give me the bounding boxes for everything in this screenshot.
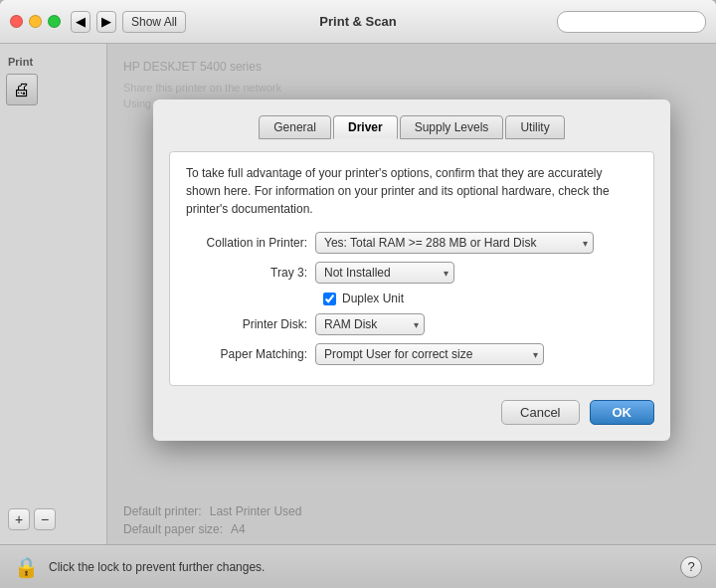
collation-select[interactable]: Yes: Total RAM >= 288 MB or Hard Disk No	[315, 232, 594, 254]
sidebar-label: Print	[0, 52, 106, 70]
main-content: Print 🖨 + − HP DESKJET 5400 series Share…	[0, 44, 716, 544]
help-button[interactable]: ?	[680, 556, 702, 578]
tab-bar: General Driver Supply Levels Utility	[169, 115, 654, 139]
right-panel: HP DESKJET 5400 series Share this printe…	[107, 44, 716, 544]
default-paper-value: A4	[231, 522, 246, 536]
cancel-button[interactable]: Cancel	[501, 400, 579, 425]
collation-row: Collation in Printer: Yes: Total RAM >= …	[186, 232, 637, 254]
tab-general[interactable]: General	[259, 115, 331, 139]
maximize-button[interactable]	[48, 15, 61, 28]
paper-matching-select[interactable]: Prompt User for correct size Nearest Siz…	[315, 343, 544, 365]
collation-label: Collation in Printer:	[186, 236, 315, 250]
printer-disk-row: Printer Disk: RAM Disk Hard Disk None	[186, 313, 637, 335]
back-icon: ◀	[76, 14, 86, 29]
bg-default-printer-row: Default printer: Last Printer Used	[123, 504, 700, 518]
collation-select-wrapper: Yes: Total RAM >= 288 MB or Hard Disk No	[315, 232, 594, 254]
remove-printer-button[interactable]: −	[34, 508, 56, 530]
paper-matching-select-wrapper: Prompt User for correct size Nearest Siz…	[315, 343, 544, 365]
bg-default-paper-row: Default paper size: A4	[123, 522, 700, 536]
add-printer-button[interactable]: +	[8, 508, 30, 530]
printer-disk-select-wrapper: RAM Disk Hard Disk None	[315, 313, 425, 335]
close-button[interactable]	[10, 15, 23, 28]
sidebar: Print 🖨 + −	[0, 44, 107, 544]
paper-matching-row: Paper Matching: Prompt User for correct …	[186, 343, 637, 365]
tab-supply-levels[interactable]: Supply Levels	[400, 115, 504, 139]
forward-icon: ▶	[101, 14, 111, 29]
lock-icon[interactable]: 🔒	[14, 555, 39, 579]
info-text: To take full advantage of your printer's…	[186, 164, 637, 218]
driver-dialog: General Driver Supply Levels Utility To …	[153, 99, 670, 441]
bg-bottom-info: Default printer: Last Printer Used Defau…	[107, 496, 716, 544]
tray3-select[interactable]: Not Installed Installed	[315, 262, 454, 284]
tab-driver[interactable]: Driver	[333, 115, 398, 139]
window-controls	[10, 15, 61, 28]
dialog-body: To take full advantage of your printer's…	[169, 151, 654, 386]
back-button[interactable]: ◀	[71, 11, 90, 33]
sidebar-item-printer[interactable]: 🖨	[0, 70, 106, 109]
printer-icon: 🖨	[6, 74, 38, 105]
default-printer-label: Default printer:	[123, 504, 202, 518]
duplex-checkbox[interactable]	[323, 293, 336, 305]
search-input[interactable]	[557, 11, 706, 33]
tray3-select-wrapper: Not Installed Installed	[315, 262, 454, 284]
ok-button[interactable]: OK	[590, 400, 655, 425]
dialog-overlay: HP DESKJET 5400 series Share this printe…	[107, 44, 716, 496]
window-title: Print & Scan	[319, 14, 396, 29]
status-bar: 🔒 Click the lock to prevent further chan…	[0, 544, 716, 588]
dialog-footer: Cancel OK	[169, 400, 654, 425]
bg-printer-name: HP DESKJET 5400 series	[123, 60, 700, 74]
default-printer-value: Last Printer Used	[210, 504, 302, 518]
tab-utility[interactable]: Utility	[505, 115, 564, 139]
bg-share-text: Share this printer on the network	[123, 82, 700, 94]
printer-disk-select[interactable]: RAM Disk Hard Disk None	[315, 313, 425, 335]
printer-disk-label: Printer Disk:	[186, 317, 315, 331]
show-all-button[interactable]: Show All	[122, 11, 186, 33]
forward-button[interactable]: ▶	[96, 11, 116, 33]
minimize-button[interactable]	[29, 15, 42, 28]
sidebar-add-remove: + −	[0, 502, 106, 536]
titlebar-nav: ◀ ▶ Show All	[71, 11, 186, 33]
status-text: Click the lock to prevent further change…	[49, 560, 265, 574]
paper-matching-label: Paper Matching:	[186, 347, 315, 361]
default-paper-label: Default paper size:	[123, 522, 223, 536]
duplex-label: Duplex Unit	[342, 292, 404, 305]
main-window: ◀ ▶ Show All Print & Scan Print 🖨 + −	[0, 0, 716, 588]
duplex-row: Duplex Unit	[186, 292, 637, 305]
tray3-label: Tray 3:	[186, 266, 315, 280]
titlebar: ◀ ▶ Show All Print & Scan	[0, 0, 716, 44]
tray3-row: Tray 3: Not Installed Installed	[186, 262, 637, 284]
